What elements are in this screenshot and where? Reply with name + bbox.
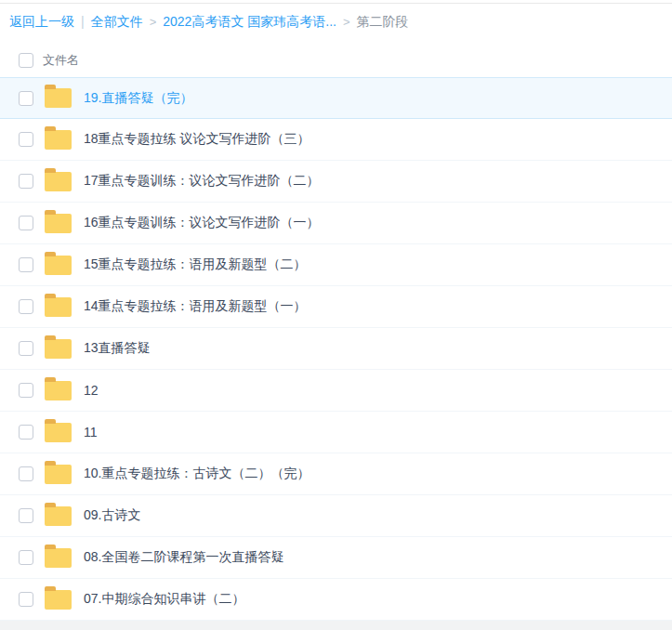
folder-icon [45, 381, 72, 400]
breadcrumb: 返回上一级|全部文件>2022高考语文 国家玮高考语...>第二阶段 [0, 4, 672, 45]
folder-icon [45, 130, 72, 150]
file-row[interactable]: 17重点专题训练：议论文写作进阶（二） [0, 161, 672, 203]
row-checkbox[interactable] [19, 592, 33, 607]
row-checkbox[interactable] [19, 299, 33, 314]
file-row[interactable]: 15重点专题拉练：语用及新题型（二） [0, 244, 672, 286]
file-manager-page: 返回上一级|全部文件>2022高考语文 国家玮高考语...>第二阶段 文件名 1… [0, 0, 672, 630]
file-row[interactable]: 11 [0, 412, 672, 453]
filename-column-header: 文件名 [43, 52, 79, 69]
file-row[interactable]: 19.直播答疑（完） [0, 77, 672, 119]
breadcrumb-pipe-separator: | [81, 14, 85, 29]
file-name-link[interactable]: 16重点专题训练：议论文写作进阶（一） [84, 215, 320, 231]
breadcrumb-current-folder: 第二阶段 [357, 14, 409, 29]
folder-icon [45, 172, 72, 191]
file-row[interactable]: 07.中期综合知识串讲（二） [0, 579, 672, 621]
row-checkbox[interactable] [19, 174, 33, 189]
folder-icon [45, 548, 72, 568]
file-name-link[interactable]: 18重点专题拉练 议论文写作进阶（三） [84, 131, 310, 148]
file-name-link[interactable]: 13直播答疑 [84, 340, 151, 357]
breadcrumb-arrow-icon: > [343, 15, 350, 29]
folder-icon [45, 339, 72, 359]
file-name-link[interactable]: 15重点专题拉练：语用及新题型（二） [84, 256, 307, 273]
row-checkbox[interactable] [19, 216, 33, 230]
folder-icon [45, 465, 72, 484]
file-name-link[interactable]: 08.全国卷二阶课程第一次直播答疑 [84, 549, 283, 566]
row-checkbox[interactable] [19, 550, 33, 565]
select-all-checkbox[interactable] [19, 53, 33, 68]
breadcrumb-course-link[interactable]: 2022高考语文 国家玮高考语... [163, 14, 336, 29]
footer-strip [0, 621, 672, 630]
folder-icon [45, 590, 72, 610]
row-checkbox[interactable] [19, 91, 33, 106]
row-checkbox[interactable] [19, 383, 33, 398]
folder-icon [45, 214, 72, 233]
file-name-link[interactable]: 19.直播答疑（完） [84, 90, 192, 107]
folder-icon [45, 88, 72, 108]
file-name-link[interactable]: 17重点专题训练：议论文写作进阶（二） [84, 173, 320, 190]
file-row[interactable]: 12 [0, 370, 672, 412]
file-name-link[interactable]: 11 [84, 425, 98, 440]
file-row[interactable]: 09.古诗文 [0, 495, 672, 537]
breadcrumb-all-files-link[interactable]: 全部文件 [91, 14, 143, 29]
file-row[interactable]: 14重点专题拉练：语用及新题型（一） [0, 286, 672, 328]
file-name-link[interactable]: 10.重点专题拉练：古诗文（二）（完） [84, 466, 310, 482]
file-name-link[interactable]: 12 [84, 383, 99, 398]
file-name-link[interactable]: 09.古诗文 [84, 507, 140, 524]
breadcrumb-arrow-icon: > [150, 15, 157, 29]
file-row[interactable]: 10.重点专题拉练：古诗文（二）（完） [0, 453, 672, 495]
row-checkbox[interactable] [19, 341, 33, 356]
folder-icon [45, 297, 72, 317]
row-checkbox[interactable] [19, 508, 33, 523]
file-row[interactable]: 13直播答疑 [0, 328, 672, 370]
back-to-parent-link[interactable]: 返回上一级 [9, 14, 74, 29]
row-checkbox[interactable] [19, 466, 33, 481]
file-list-header: 文件名 [0, 45, 672, 78]
row-checkbox[interactable] [19, 132, 33, 147]
file-list: 19.直播答疑（完）18重点专题拉练 议论文写作进阶（三）17重点专题训练：议论… [0, 77, 672, 621]
folder-icon [45, 506, 72, 526]
file-name-link[interactable]: 07.中期综合知识串讲（二） [84, 591, 244, 608]
file-row[interactable]: 18重点专题拉练 议论文写作进阶（三） [0, 119, 672, 161]
folder-icon [45, 423, 72, 442]
folder-icon [45, 256, 72, 275]
row-checkbox[interactable] [19, 425, 33, 440]
file-name-link[interactable]: 14重点专题拉练：语用及新题型（一） [84, 298, 307, 315]
file-row[interactable]: 08.全国卷二阶课程第一次直播答疑 [0, 537, 672, 579]
row-checkbox[interactable] [19, 257, 33, 272]
file-row[interactable]: 16重点专题训练：议论文写作进阶（一） [0, 203, 672, 244]
